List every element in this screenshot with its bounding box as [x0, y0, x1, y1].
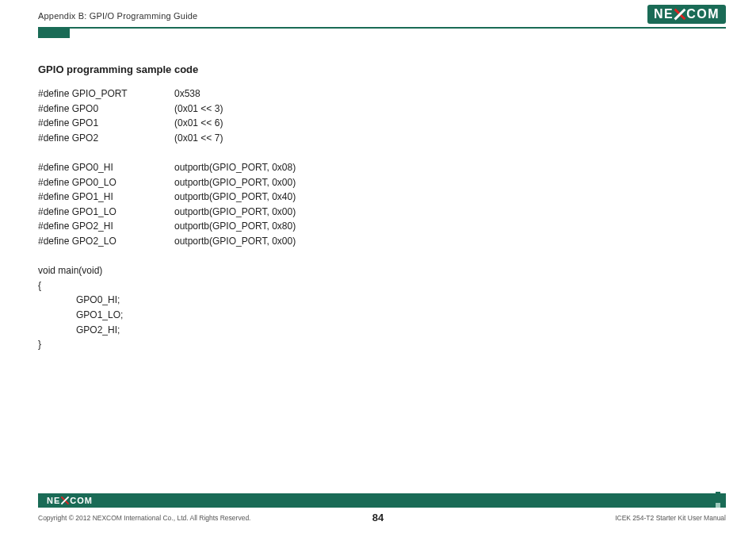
nexcom-logo-top: NE COM	[647, 5, 726, 24]
x-icon	[61, 497, 69, 504]
code-line: #define GPO0(0x01 << 3)	[38, 102, 726, 117]
corner-ornament-icon	[710, 492, 726, 508]
header-accent-block	[38, 29, 70, 38]
code-line: #define GPO2(0x01 << 7)	[38, 131, 726, 146]
code-line: #define GPO0_LOoutportb(GPIO_PORT, 0x00)	[38, 175, 726, 190]
code-line: GPO2_HI;	[38, 323, 726, 338]
page-header: Appendix B: GPI/O Programming Guide NE C…	[0, 0, 756, 40]
code-line: #define GPO1_LOoutportb(GPIO_PORT, 0x00)	[38, 205, 726, 220]
code-line: #define GPO1_HIoutportb(GPIO_PORT, 0x40)	[38, 190, 726, 205]
appendix-title: Appendix B: GPI/O Programming Guide	[38, 11, 197, 21]
code-line: void main(void)	[38, 263, 726, 278]
header-rule	[38, 27, 726, 29]
code-line: #define GPIO_PORT0x538	[38, 86, 726, 102]
code-line: GPO1_LO;	[38, 308, 726, 323]
copyright-text: Copyright © 2012 NEXCOM International Co…	[38, 514, 250, 522]
code-line: }	[38, 337, 726, 352]
code-line: #define GPO0_HIoutportb(GPIO_PORT, 0x08)	[38, 160, 726, 175]
code-line: #define GPO2_HIoutportb(GPIO_PORT, 0x80)	[38, 219, 726, 234]
logo-text-left: NE	[47, 496, 60, 505]
nexcom-logo-bottom: NE COM	[43, 493, 97, 507]
manual-title: ICEK 254-T2 Starter Kit User Manual	[615, 514, 726, 522]
blank-line	[38, 249, 726, 264]
logo-text-left: NE	[654, 7, 674, 21]
code-line: {	[38, 278, 726, 293]
x-icon	[674, 9, 685, 20]
nexcom-logo-icon: NE COM	[647, 5, 726, 24]
nexcom-logo-icon: NE COM	[43, 495, 97, 506]
blank-line	[38, 145, 726, 160]
code-line: GPO0_HI;	[38, 293, 726, 308]
logo-text-right: COM	[70, 496, 93, 505]
page-number: 84	[372, 512, 384, 523]
code-block: #define GPIO_PORT0x538 #define GPO0(0x01…	[38, 86, 726, 352]
footer-bar	[38, 493, 726, 508]
code-line: #define GPO1(0x01 << 6)	[38, 116, 726, 131]
code-line: #define GPO2_LOoutportb(GPIO_PORT, 0x00)	[38, 234, 726, 249]
section-title: GPIO programming sample code	[38, 63, 726, 75]
content-area: GPIO programming sample code #define GPI…	[38, 63, 726, 352]
page: Appendix B: GPI/O Programming Guide NE C…	[0, 0, 756, 533]
logo-text-right: COM	[686, 7, 720, 21]
